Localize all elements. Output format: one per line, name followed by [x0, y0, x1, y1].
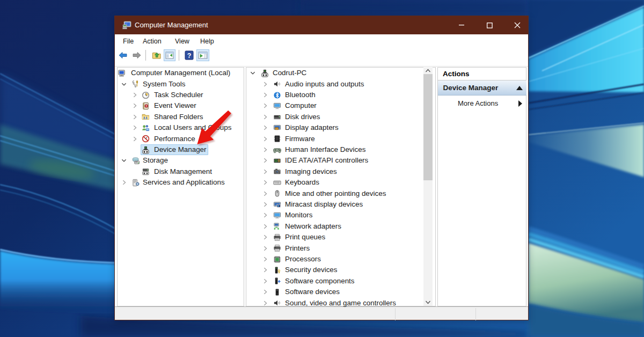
svg-text:?: ?: [187, 52, 192, 60]
